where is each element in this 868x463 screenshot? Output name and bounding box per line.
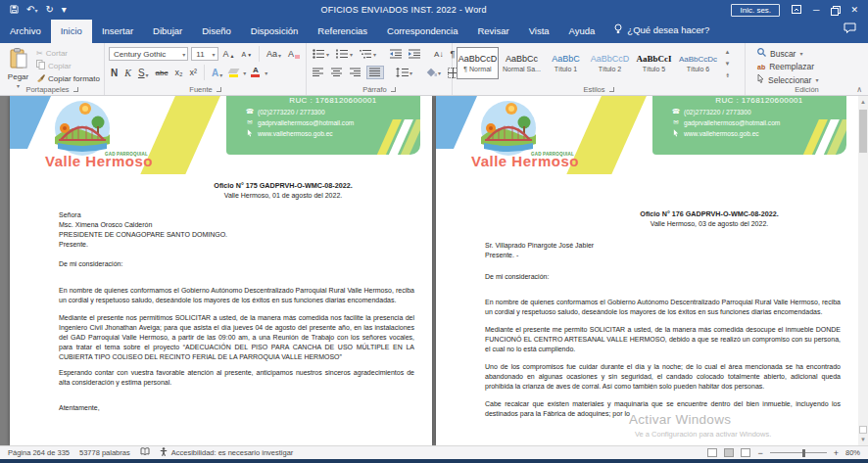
zoom-slider[interactable]: [770, 452, 827, 453]
paragraph[interactable]: En nombre de quienes conformamos el Gobi…: [485, 298, 841, 317]
subscript-button[interactable]: x₂: [173, 68, 185, 77]
style-titulo-1[interactable]: AaBbCTítulo 1: [545, 47, 587, 79]
tab-vista[interactable]: Vista: [519, 20, 559, 43]
salutation[interactable]: De mi consideración:: [485, 272, 841, 282]
tab-referencias[interactable]: Referencias: [308, 20, 377, 43]
close-button[interactable]: ✕: [850, 6, 858, 15]
scrollbar-thumb[interactable]: [859, 110, 867, 153]
styles-scroll-up-icon[interactable]: ▲: [725, 49, 731, 55]
clear-formatting-button[interactable]: A: [286, 49, 302, 59]
page-indicator[interactable]: Página 264 de 335: [8, 448, 70, 457]
text-effects-button[interactable]: A▾: [210, 68, 224, 78]
underline-button[interactable]: S▾: [136, 68, 151, 78]
shrink-font-button[interactable]: A▼: [239, 51, 254, 58]
customize-qat-icon[interactable]: ▾: [62, 5, 67, 15]
letter-body[interactable]: Oficio N° 176 GADPRVH-O-WMC-08-2022. Val…: [436, 209, 858, 419]
copy-button[interactable]: Copiar: [36, 60, 100, 71]
grow-font-button[interactable]: A▲: [221, 49, 237, 59]
tab-correspondencia[interactable]: Correspondencia: [377, 20, 467, 43]
oficio-date[interactable]: Valle Hermoso, 01 de agosto del 2022.: [152, 191, 414, 201]
font-color-button[interactable]: A: [249, 68, 262, 77]
paragraph[interactable]: Mediante el presente me permito SOLICITA…: [485, 325, 841, 354]
paragraph[interactable]: Uno de los compromisos fue cuidar durant…: [485, 362, 841, 392]
sort-button[interactable]: A↓: [432, 49, 445, 60]
tell-me-box[interactable]: ¿Qué desea hacer?: [604, 18, 719, 43]
zoom-in-button[interactable]: +: [834, 448, 839, 458]
bullets-button[interactable]: ▾: [311, 48, 331, 60]
decrease-indent-button[interactable]: [388, 48, 404, 60]
style-titulo-5[interactable]: AaBbCcITítulo 5: [633, 47, 675, 79]
sign-in-button[interactable]: Inic. ses.: [731, 4, 780, 17]
ribbon-display-options-icon[interactable]: [792, 5, 801, 16]
tab-inicio[interactable]: Inicio: [51, 20, 92, 43]
salutation[interactable]: De mi consideración:: [59, 259, 414, 269]
style-normal[interactable]: AaBbCcD¶ Normal: [457, 47, 499, 79]
paste-button[interactable]: Pegar ▾: [4, 46, 32, 82]
font-size-select[interactable]: 11▾: [191, 47, 217, 61]
tab-disposicion[interactable]: Disposición: [241, 20, 309, 43]
style-titulo-6[interactable]: AaBbCcDcTítulo 6: [677, 47, 719, 79]
addressee-line[interactable]: Señora: [59, 210, 414, 220]
addressee-line[interactable]: Msc. Ximena Orosco Calderón: [59, 220, 414, 230]
styles-dialog-launcher-icon[interactable]: [609, 87, 614, 92]
collapse-ribbon-icon[interactable]: ∧: [856, 85, 862, 94]
addressee-line[interactable]: Presente.: [59, 240, 414, 250]
font-dialog-launcher-icon[interactable]: [217, 87, 221, 92]
paragraph-dialog-launcher-icon[interactable]: [391, 87, 396, 92]
addressee-block[interactable]: Sr. Villaprado Pinargote José Jabier Pre…: [485, 241, 841, 260]
save-icon[interactable]: [10, 5, 19, 16]
clipboard-dialog-launcher-icon[interactable]: [73, 87, 78, 92]
minimize-button[interactable]: ─: [813, 6, 819, 15]
strikethrough-button[interactable]: abc: [154, 69, 170, 77]
style-titulo-2[interactable]: AaBbCcDTítulo 2: [589, 47, 631, 79]
change-case-button[interactable]: Aa▾: [265, 49, 283, 59]
addressee-block[interactable]: Señora Msc. Ximena Orosco Calderón PRESI…: [59, 210, 414, 250]
accessibility-status[interactable]: Accesibilidad: es necesario investigar: [160, 447, 294, 458]
format-painter-button[interactable]: Copiar formato: [36, 73, 100, 84]
proofing-icon[interactable]: [140, 447, 150, 458]
comments-icon[interactable]: [844, 20, 856, 37]
line-spacing-button[interactable]: ▾: [394, 67, 414, 78]
highlight-button[interactable]: [227, 69, 240, 77]
paragraph[interactable]: Esperando contar con vuestra favorable a…: [59, 368, 414, 388]
oficio-number[interactable]: Oficio N° 176 GADPRVH-O-WMC-08-2022.: [578, 209, 841, 219]
zoom-level[interactable]: 80%: [845, 448, 860, 457]
word-count[interactable]: 53778 palabras: [79, 448, 130, 457]
font-name-select[interactable]: Century Gothic▾: [109, 47, 188, 61]
italic-button[interactable]: K: [122, 68, 133, 78]
redo-icon[interactable]: ↻: [45, 5, 53, 15]
styles-scroll-down-icon[interactable]: ▼: [725, 61, 731, 67]
undo-icon[interactable]: ↶▾: [26, 5, 37, 15]
document-page-2[interactable]: RUC : 1768120600001 ☎(02)2773220 / 27733…: [436, 96, 858, 445]
shading-button[interactable]: ▾: [424, 67, 443, 78]
read-mode-button[interactable]: [707, 448, 717, 457]
cut-button[interactable]: ✂Cortar: [36, 49, 100, 58]
tab-revisar[interactable]: Revisar: [467, 20, 518, 43]
bold-button[interactable]: N: [109, 68, 120, 78]
tab-diseno[interactable]: Diseño: [192, 20, 241, 43]
highlight-dropdown-arrow[interactable]: ▾: [243, 69, 246, 76]
scroll-up-icon[interactable]: ▲: [860, 96, 866, 108]
replace-button[interactable]: ab Reemplazar: [757, 62, 864, 71]
align-left-button[interactable]: [311, 67, 326, 78]
addressee-line[interactable]: PRESIDENTE DE CONAGOPARE SANTO DOMINGO.: [59, 230, 414, 240]
web-layout-button[interactable]: [741, 448, 750, 457]
justify-button[interactable]: [366, 66, 384, 79]
vertical-scrollbar[interactable]: ▲ ▼: [858, 96, 868, 445]
find-button[interactable]: Buscar▾: [757, 48, 864, 59]
restore-button[interactable]: [831, 6, 839, 14]
style-normal-sa[interactable]: AaBbCcNormal Sa...: [501, 47, 543, 79]
tab-insertar[interactable]: Insertar: [92, 20, 143, 43]
superscript-button[interactable]: x²: [188, 68, 200, 77]
addressee-line[interactable]: Presente. -: [485, 251, 841, 260]
oficio-date[interactable]: Valle Hermoso, 03 de agosto del 2022.: [578, 219, 841, 229]
print-layout-button[interactable]: [724, 448, 734, 457]
increase-indent-button[interactable]: [407, 48, 422, 60]
closing[interactable]: Atentamente,: [59, 403, 414, 413]
document-page-1[interactable]: RUC : 1768120600001 ☎(02)2773220 / 27733…: [10, 96, 432, 445]
zoom-slider-thumb[interactable]: [802, 449, 805, 457]
font-color-dropdown-arrow[interactable]: ▾: [265, 69, 267, 76]
tab-dibujar[interactable]: Dibujar: [143, 20, 192, 43]
letter-body[interactable]: Oficio N° 175 GADPRVH-O-WMC-08-2022. Val…: [10, 181, 432, 413]
styles-more-icon[interactable]: ⇟: [725, 71, 730, 78]
